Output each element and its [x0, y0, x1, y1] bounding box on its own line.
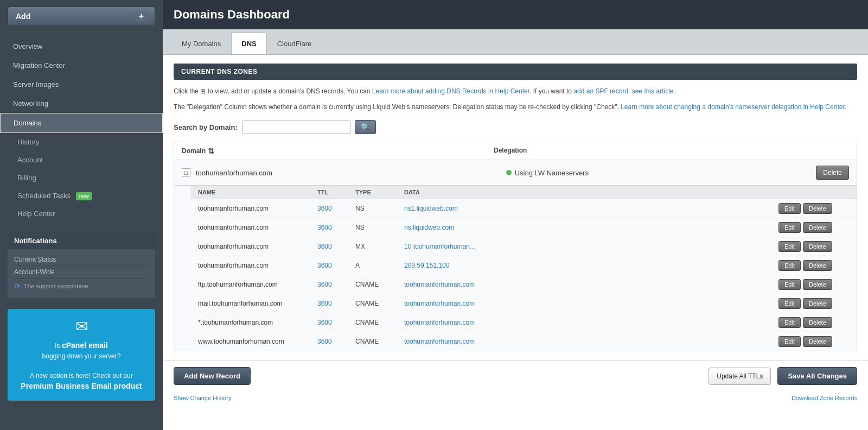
- col-ttl-header: TTL: [317, 189, 355, 195]
- add-plus-icon: +: [136, 11, 147, 21]
- rec-actions: Edit Delete: [778, 203, 849, 214]
- edit-button[interactable]: Edit: [778, 241, 801, 252]
- rec-data: toohumanforhuman.com: [404, 281, 778, 288]
- current-status: Current Status: [14, 254, 149, 266]
- sidebar-item-server-images[interactable]: Server Images: [0, 75, 163, 94]
- rec-actions: Edit Delete: [778, 241, 849, 252]
- account-wide: Account-Wide: [14, 266, 149, 279]
- delete-button[interactable]: Delete: [803, 222, 832, 233]
- support-text: ⟳ The support passphrase...: [14, 279, 149, 294]
- rec-name: *.toohumanforhuman.com: [198, 319, 317, 326]
- edit-button[interactable]: Edit: [778, 336, 801, 347]
- delete-button[interactable]: Delete: [803, 317, 832, 328]
- expand-icon[interactable]: □: [182, 168, 190, 177]
- rec-data: ns1.liquidweb.com: [404, 205, 778, 212]
- edit-button[interactable]: Edit: [778, 222, 801, 233]
- notifications-box: Notifications Current Status Account-Wid…: [8, 232, 155, 298]
- rec-data: toohumanforhuman.com: [404, 319, 778, 326]
- col-data-header: DATA: [404, 189, 778, 195]
- edit-button[interactable]: Edit: [778, 203, 801, 214]
- show-history-link[interactable]: Show Change History: [174, 395, 231, 401]
- sidebar-item-domains[interactable]: Domains: [0, 113, 163, 133]
- edit-button[interactable]: Edit: [778, 298, 801, 309]
- delete-button[interactable]: Delete: [803, 336, 832, 347]
- rec-actions: Edit Delete: [778, 260, 849, 271]
- info-text-2: The "Delegation" Column shows whether a …: [174, 102, 857, 112]
- rec-data: 10 toohumanforhuman...: [404, 243, 778, 250]
- sidebar-item-history[interactable]: History: [0, 133, 163, 151]
- rec-name: ftp.toohumanforhuman.com: [198, 281, 317, 288]
- sidebar-item-account[interactable]: Account: [0, 151, 163, 169]
- sidebar-item-help-center[interactable]: Help Center: [0, 205, 163, 223]
- rec-type: CNAME: [355, 338, 404, 345]
- delete-button[interactable]: Delete: [803, 260, 832, 271]
- col-actions-spacer: [806, 147, 849, 155]
- email-icon: ✉: [16, 318, 146, 336]
- sidebar: Add + Overview Migration Center Server I…: [0, 0, 163, 430]
- new-badge: new: [76, 192, 92, 200]
- domain-row: □ toohumanforhuman.com Using LW Nameserv…: [174, 160, 857, 186]
- rec-ttl: 3600: [317, 205, 355, 212]
- search-input[interactable]: [242, 121, 350, 134]
- records-table: NAME TTL TYPE DATA toohumanforhuman.com …: [174, 186, 857, 351]
- delete-domain-button[interactable]: Delete: [816, 166, 849, 180]
- rec-ttl: 3600: [317, 281, 355, 288]
- table-row: *.toohumanforhuman.com 3600 CNAME toohum…: [190, 313, 857, 332]
- tabs-bar: My Domains DNS CloudFlare: [163, 29, 868, 55]
- col-name-header: NAME: [198, 189, 317, 195]
- help-center-link-2[interactable]: Learn more about changing a domain's nam…: [621, 103, 846, 111]
- rec-type: NS: [355, 224, 404, 231]
- rec-data: 209.59.151.100: [404, 262, 778, 269]
- records-col-headers: NAME TTL TYPE DATA: [190, 186, 857, 199]
- main-content: Domains Dashboard My Domains DNS CloudFl…: [163, 0, 868, 430]
- delete-button[interactable]: Delete: [803, 279, 832, 290]
- save-all-button[interactable]: Save All Changes: [777, 367, 857, 385]
- promo-box[interactable]: ✉ Is cPanel emailbogging down your serve…: [8, 309, 155, 401]
- spf-link[interactable]: add an SPF record, see this article.: [573, 87, 675, 95]
- bottom-left-actions: Add New Record: [174, 367, 251, 385]
- edit-button[interactable]: Edit: [778, 279, 801, 290]
- tab-dns[interactable]: DNS: [231, 33, 266, 54]
- sidebar-item-overview[interactable]: Overview: [0, 37, 163, 56]
- records-container: toohumanforhuman.com 3600 NS ns1.liquidw…: [190, 199, 857, 351]
- rec-actions: Edit Delete: [778, 279, 849, 290]
- delete-button[interactable]: Delete: [803, 298, 832, 309]
- edit-button[interactable]: Edit: [778, 260, 801, 271]
- domain-name: toohumanforhuman.com: [196, 169, 506, 177]
- edit-button[interactable]: Edit: [778, 317, 801, 328]
- bottom-links: Show Change History Download Zone Record…: [163, 391, 868, 407]
- rec-type: MX: [355, 243, 404, 250]
- notifications-header: Notifications: [8, 232, 155, 249]
- update-ttl-button[interactable]: Update All TTLs: [709, 368, 771, 385]
- rec-name: www.toohumanforhuman.com: [198, 338, 317, 345]
- tab-cloudflare[interactable]: CloudFlare: [267, 33, 322, 54]
- sidebar-item-billing[interactable]: Billing: [0, 169, 163, 187]
- sidebar-item-networking[interactable]: Networking: [0, 94, 163, 113]
- sort-icon: ⇅: [208, 147, 214, 155]
- add-new-record-button[interactable]: Add New Record: [174, 367, 251, 385]
- notifications-content: Current Status Account-Wide ⟳ The suppor…: [8, 249, 155, 298]
- tab-my-domains[interactable]: My Domains: [171, 33, 231, 54]
- help-center-link-1[interactable]: Learn more about adding DNS Records in H…: [372, 87, 532, 95]
- rec-ttl: 3600: [317, 243, 355, 250]
- table-row: www.toohumanforhuman.com 3600 CNAME tooh…: [190, 332, 857, 351]
- rec-actions: Edit Delete: [778, 317, 849, 328]
- sidebar-item-scheduled-tasks[interactable]: Scheduled Tasks new: [0, 187, 163, 205]
- rec-type: CNAME: [355, 319, 404, 326]
- promo-text: Is cPanel emailbogging down your server?…: [16, 340, 146, 392]
- rec-type: A: [355, 262, 404, 269]
- section-title: CURRENT DNS ZONES: [174, 64, 857, 80]
- sidebar-item-migration[interactable]: Migration Center: [0, 56, 163, 75]
- search-button[interactable]: 🔍: [355, 120, 376, 134]
- rec-actions: Edit Delete: [778, 336, 849, 347]
- rec-ttl: 3600: [317, 224, 355, 231]
- table-row: toohumanforhuman.com 3600 NS ns1.liquidw…: [190, 199, 857, 218]
- delete-button[interactable]: Delete: [803, 241, 832, 252]
- dns-table: Domain ⇅ Delegation □ toohumanforhuman.c…: [174, 142, 857, 351]
- rec-data: ns.liquidweb.com: [404, 224, 778, 231]
- delete-button[interactable]: Delete: [803, 203, 832, 214]
- rec-type: CNAME: [355, 281, 404, 288]
- rec-actions: Edit Delete: [778, 222, 849, 233]
- download-zone-link[interactable]: Download Zone Records: [792, 395, 857, 401]
- add-button[interactable]: Add +: [8, 7, 155, 26]
